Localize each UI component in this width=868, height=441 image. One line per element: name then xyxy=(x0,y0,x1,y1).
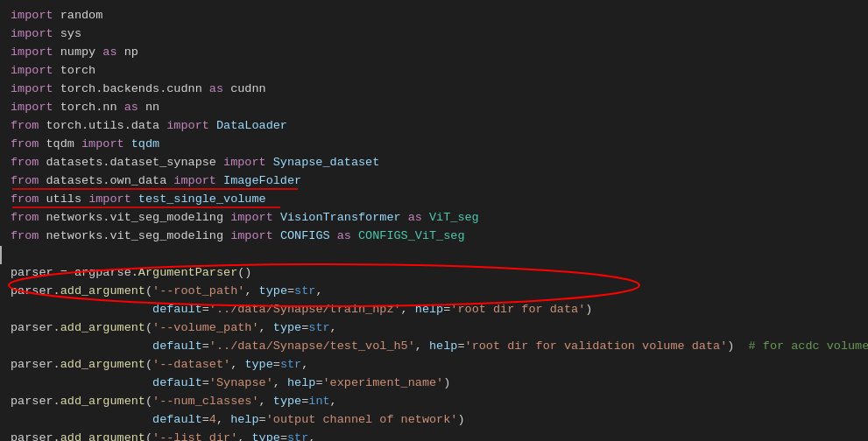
code-editor: import randomimport sysimport numpy as n… xyxy=(0,0,868,441)
code-line xyxy=(0,246,868,264)
code-line: import sys xyxy=(0,25,868,44)
code-line: default='../data/Synapse/test_vol_h5', h… xyxy=(0,338,868,356)
code-line: from datasets.dataset_synapse import Syn… xyxy=(0,154,868,172)
code-line: parser.add_argument('--root_path', type=… xyxy=(0,283,868,301)
code-line: from torch.utils.data import DataLoader xyxy=(0,117,868,136)
code-line: parser.add_argument('--list_dir', type=s… xyxy=(0,430,868,441)
code-line: parser.add_argument('--volume_path', typ… xyxy=(0,319,868,338)
code-line: from datasets.own_data import ImageFolde… xyxy=(0,172,868,191)
code-line: import torch xyxy=(0,62,868,80)
code-line: default='../data/Synapse/train_npz', hel… xyxy=(0,301,868,319)
code-line: parser = argparse.ArgumentParser() xyxy=(0,264,868,283)
code-line: parser.add_argument('--num_classes', typ… xyxy=(0,393,868,411)
code-line: parser.add_argument('--dataset', type=st… xyxy=(0,356,868,374)
code-line: from tqdm import tqdm xyxy=(0,136,868,154)
code-line: default=4, help='output channel of netwo… xyxy=(0,411,868,430)
code-line: import torch.backends.cudnn as cudnn xyxy=(0,80,868,99)
code-line: from utils import test_single_volume xyxy=(0,191,868,209)
code-line: import numpy as np xyxy=(0,44,868,62)
code-line: from networks.vit_seg_modeling import CO… xyxy=(0,228,868,246)
code-line: import torch.nn as nn xyxy=(0,99,868,117)
code-line: default='Synapse', help='experiment_name… xyxy=(0,374,868,393)
code-line: from networks.vit_seg_modeling import Vi… xyxy=(0,209,868,228)
code-line: import random xyxy=(0,7,868,25)
